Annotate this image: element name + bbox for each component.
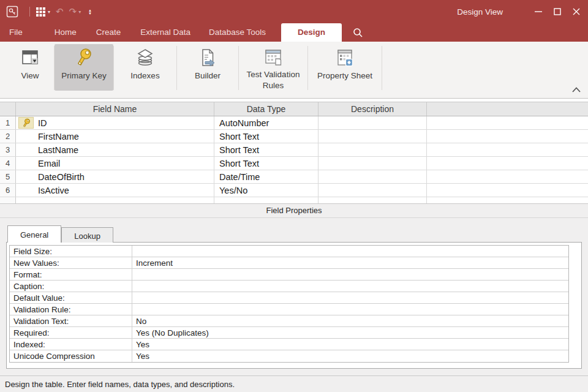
data-type-cell[interactable]: Short Text bbox=[214, 130, 318, 143]
property-label: Required: bbox=[10, 327, 132, 338]
window-title: Design View bbox=[457, 7, 503, 17]
property-value[interactable]: Yes bbox=[132, 339, 568, 350]
customize-qat-icon[interactable]: ▴▾ bbox=[89, 9, 91, 15]
primary-key-button[interactable]: Primary Key bbox=[55, 44, 113, 91]
field-name-text: DateOfBirth bbox=[38, 172, 85, 182]
property-value[interactable] bbox=[132, 246, 568, 257]
property-row[interactable]: Indexed: Yes bbox=[10, 339, 568, 350]
redo-qat-button[interactable]: ↷ ▾ bbox=[69, 6, 81, 17]
data-type-cell[interactable] bbox=[214, 197, 318, 203]
data-type-cell[interactable]: AutoNumber bbox=[214, 116, 318, 129]
property-label: Validation Text: bbox=[10, 315, 132, 326]
property-value[interactable] bbox=[132, 304, 568, 315]
minimize-button[interactable] bbox=[529, 0, 548, 23]
ribbon-tab[interactable]: External Data bbox=[131, 23, 200, 42]
row-selector[interactable] bbox=[0, 197, 16, 203]
row-selector[interactable]: 5 bbox=[0, 170, 16, 183]
field-name-cell[interactable]: LastName bbox=[16, 143, 214, 156]
property-value[interactable] bbox=[132, 281, 568, 292]
row-filler bbox=[427, 197, 588, 203]
field-properties-title: Field Properties bbox=[0, 203, 588, 218]
row-selector[interactable]: 2 bbox=[0, 130, 16, 143]
property-sheet-button-label: Property Sheet bbox=[317, 70, 372, 81]
test-validation-rules-button-label: Test Validation Rules bbox=[239, 69, 307, 91]
row-selector[interactable]: 4 bbox=[0, 157, 16, 170]
property-value[interactable]: Yes bbox=[132, 350, 568, 362]
field-properties-tab[interactable]: General bbox=[7, 225, 61, 243]
row-filler bbox=[427, 157, 588, 170]
field-properties-tabs: General Lookup bbox=[7, 225, 113, 243]
field-row[interactable]: 3 LastName Short Text bbox=[0, 143, 588, 157]
field-row[interactable]: 6 IsActive Yes/No bbox=[0, 184, 588, 197]
ribbon-tab[interactable]: Design bbox=[281, 23, 342, 42]
row-selector[interactable]: 1 bbox=[0, 116, 16, 129]
description-cell[interactable] bbox=[318, 197, 427, 203]
field-name-cell[interactable]: Email bbox=[16, 157, 214, 170]
property-row[interactable]: Unicode Compression Yes bbox=[10, 350, 568, 362]
test-validation-rules-button[interactable]: Test Validation Rules bbox=[239, 44, 307, 91]
property-row[interactable]: Field Size: bbox=[10, 246, 568, 257]
property-value[interactable]: Yes (No Duplicates) bbox=[132, 327, 568, 338]
property-row[interactable]: Validation Text: No bbox=[10, 315, 568, 327]
field-row[interactable]: 4 Email Short Text bbox=[0, 157, 588, 170]
description-cell[interactable] bbox=[318, 130, 427, 143]
property-row[interactable]: Default Value: bbox=[10, 292, 568, 304]
row-selector[interactable]: 3 bbox=[0, 143, 16, 156]
ribbon-tab[interactable]: Home bbox=[45, 23, 86, 42]
table-view-qat-button[interactable]: ▾ bbox=[36, 7, 50, 17]
maximize-button[interactable] bbox=[548, 0, 567, 23]
row-filler bbox=[427, 130, 588, 143]
property-value[interactable] bbox=[132, 269, 568, 280]
row-selector[interactable]: 6 bbox=[0, 184, 16, 197]
description-cell[interactable] bbox=[318, 116, 427, 129]
field-name-cell[interactable] bbox=[16, 197, 214, 203]
ribbon-tab[interactable]: Database Tools bbox=[200, 23, 275, 42]
search-icon[interactable] bbox=[353, 23, 363, 42]
description-cell[interactable] bbox=[318, 157, 427, 170]
builder-icon bbox=[197, 47, 218, 68]
field-properties-tab[interactable]: Lookup bbox=[61, 227, 113, 243]
builder-button[interactable]: Builder bbox=[177, 44, 238, 91]
property-row[interactable]: Caption: bbox=[10, 281, 568, 292]
close-button[interactable] bbox=[567, 0, 586, 23]
property-value[interactable]: Increment bbox=[132, 257, 568, 268]
field-row[interactable]: 1 ID AutoNumber bbox=[0, 116, 588, 130]
field-name-text: IsActive bbox=[38, 186, 69, 195]
data-type-cell[interactable]: Yes/No bbox=[214, 184, 318, 197]
builder-button-label: Builder bbox=[195, 70, 221, 81]
description-header: Description bbox=[318, 102, 427, 116]
data-type-cell[interactable]: Date/Time bbox=[214, 170, 318, 183]
description-cell[interactable] bbox=[318, 143, 427, 156]
table-view-dropdown-icon[interactable]: ▾ bbox=[48, 9, 50, 15]
qat-separator bbox=[29, 7, 30, 17]
property-row[interactable]: New Values: Increment bbox=[10, 257, 568, 269]
field-name-cell[interactable]: FirstName bbox=[16, 130, 214, 143]
property-label: Caption: bbox=[10, 281, 132, 292]
data-type-cell[interactable]: Short Text bbox=[214, 157, 318, 170]
field-name-cell[interactable]: ID bbox=[16, 116, 214, 129]
view-button-label: View bbox=[21, 70, 39, 81]
field-name-cell[interactable]: DateOfBirth bbox=[16, 170, 214, 183]
indexes-button[interactable]: Indexes bbox=[114, 44, 176, 91]
ribbon-tab[interactable]: Create bbox=[87, 23, 130, 42]
ribbon-tab[interactable]: File bbox=[0, 23, 32, 42]
redo-dropdown-icon[interactable]: ▾ bbox=[78, 9, 81, 15]
property-value[interactable]: No bbox=[132, 315, 568, 326]
field-name-cell[interactable]: IsActive bbox=[16, 184, 214, 197]
access-app-icon[interactable] bbox=[6, 6, 18, 18]
ribbon-tabs: File Home Create External Data Database … bbox=[0, 23, 342, 42]
field-row[interactable]: 2 FirstName Short Text bbox=[0, 130, 588, 143]
description-cell[interactable] bbox=[318, 170, 427, 183]
property-row[interactable]: Validation Rule: bbox=[10, 304, 568, 315]
property-value[interactable] bbox=[132, 292, 568, 303]
undo-icon[interactable]: ↶ bbox=[56, 6, 64, 17]
property-row[interactable]: Format: bbox=[10, 269, 568, 281]
field-row[interactable]: 5 DateOfBirth Date/Time bbox=[0, 170, 588, 184]
view-button[interactable]: View bbox=[6, 44, 54, 91]
collapse-ribbon-icon[interactable] bbox=[572, 84, 581, 95]
property-sheet-button[interactable]: Property Sheet bbox=[308, 44, 382, 91]
property-row[interactable]: Required: Yes (No Duplicates) bbox=[10, 327, 568, 339]
field-row[interactable] bbox=[0, 197, 588, 203]
data-type-cell[interactable]: Short Text bbox=[214, 143, 318, 156]
description-cell[interactable] bbox=[318, 184, 427, 197]
